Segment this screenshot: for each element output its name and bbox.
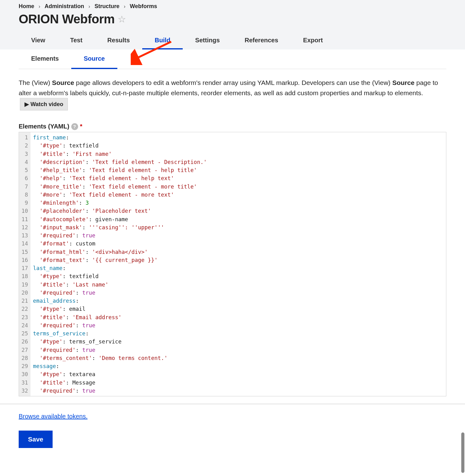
tab-test[interactable]: Test bbox=[58, 32, 95, 49]
line-number-gutter: 1234567891011121314151617181920212223242… bbox=[19, 132, 31, 396]
tab-results[interactable]: Results bbox=[95, 32, 142, 49]
subtab-elements[interactable]: Elements bbox=[19, 49, 71, 69]
chevron-right-icon: › bbox=[39, 4, 40, 9]
star-icon[interactable]: ☆ bbox=[118, 14, 126, 25]
tab-references[interactable]: References bbox=[232, 32, 291, 49]
breadcrumb-structure[interactable]: Structure bbox=[95, 3, 120, 10]
help-icon[interactable]: ? bbox=[71, 123, 78, 130]
page-title: ORION Webform bbox=[19, 12, 115, 26]
chevron-right-icon: › bbox=[124, 4, 125, 9]
tab-view[interactable]: View bbox=[19, 32, 58, 49]
subtab-source[interactable]: Source bbox=[71, 49, 117, 69]
breadcrumb-administration[interactable]: Administration bbox=[45, 3, 84, 10]
sub-tabs: ElementsSource bbox=[19, 49, 446, 69]
tab-export[interactable]: Export bbox=[291, 32, 335, 49]
chevron-right-icon: › bbox=[88, 4, 90, 9]
scrollbar-thumb[interactable] bbox=[461, 432, 464, 460]
breadcrumb-webforms[interactable]: Webforms bbox=[130, 3, 157, 10]
required-indicator: * bbox=[80, 123, 82, 130]
browse-tokens-link[interactable]: Browse available tokens. bbox=[19, 413, 87, 420]
tab-settings[interactable]: Settings bbox=[183, 32, 232, 49]
code-area[interactable]: first_name: '#type': textfield '#title':… bbox=[31, 132, 446, 396]
tab-build[interactable]: Build bbox=[142, 32, 183, 49]
page-description: The (View) Source page allows developers… bbox=[19, 78, 446, 110]
yaml-editor[interactable]: 1234567891011121314151617181920212223242… bbox=[19, 132, 446, 396]
primary-tabs: ViewTestResultsBuildSettingsReferencesEx… bbox=[19, 32, 446, 49]
watch-video-button[interactable]: ▶ Watch video bbox=[20, 98, 68, 110]
breadcrumb-home[interactable]: Home bbox=[19, 3, 34, 10]
save-button[interactable]: Save bbox=[19, 431, 53, 448]
yaml-label: Elements (YAML) bbox=[19, 123, 69, 130]
breadcrumb: Home › Administration › Structure › Webf… bbox=[19, 3, 446, 10]
